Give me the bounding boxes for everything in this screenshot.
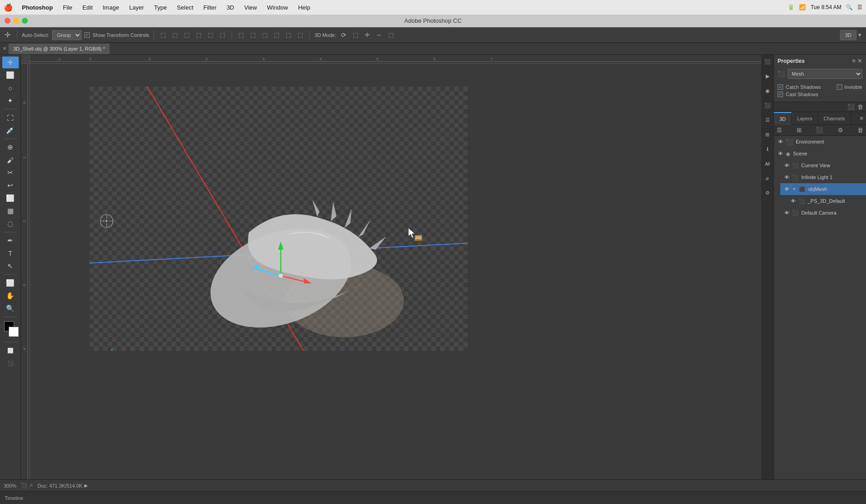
3d-scale-icon[interactable]: ⬚ — [387, 31, 396, 39]
mesh-expand-arrow[interactable]: ▼ — [792, 187, 796, 191]
maximize-button[interactable] — [22, 18, 28, 24]
screen-mode-btn[interactable]: ⬛ — [2, 357, 19, 369]
play-icon[interactable]: ▶ — [763, 71, 773, 81]
menu-edit[interactable]: Edit — [78, 3, 97, 12]
menu-filter[interactable]: Filter — [199, 3, 221, 12]
brush-panel-icon[interactable]: ⌀ — [763, 173, 773, 183]
3d-roll-icon[interactable]: ⬚ — [351, 31, 360, 39]
timeline-icon[interactable]: ⬛ — [763, 100, 773, 110]
align-right-icon[interactable]: ⬚ — [182, 31, 191, 39]
layer-default-camera[interactable]: 👁 ⬛ Default Camera — [780, 207, 866, 219]
menu-layer[interactable]: Layer — [124, 3, 149, 12]
layer-current-view[interactable]: 👁 ⬛ Current View — [780, 159, 866, 171]
menu-help[interactable]: Help — [294, 3, 315, 12]
settings-icon[interactable]: ⚙ — [763, 188, 773, 198]
layer-vis-light[interactable]: 👁 — [783, 174, 790, 181]
healing-brush-tool[interactable]: ⊕ — [2, 141, 19, 153]
background-color[interactable] — [9, 327, 19, 337]
apple-menu-icon[interactable]: 🍎 — [4, 3, 13, 12]
pen-tool[interactable]: ✒ — [2, 235, 19, 247]
layer-vis-default[interactable]: 👁 — [789, 197, 797, 205]
canvas-area[interactable]: -1 0 1 2 3 4 5 6 7 0 1 2 3 4 — [21, 55, 761, 479]
3d-slide-icon[interactable]: ↔ — [374, 31, 384, 39]
hand-tool[interactable]: ✋ — [2, 290, 19, 302]
eraser-tool[interactable]: ⬜ — [2, 192, 19, 204]
distribute-h-icon[interactable]: ⬚ — [237, 31, 246, 39]
distribute-6-icon[interactable]: ⬚ — [296, 31, 305, 39]
layer-infinite-light[interactable]: 👁 ⬛ Infinite Light 1 — [780, 171, 866, 183]
layer-vis-mesh[interactable]: 👁 — [783, 185, 790, 193]
quick-select-tool[interactable]: ✦ — [2, 95, 19, 107]
status-arrow[interactable]: ▶ — [84, 483, 88, 488]
cast-shadows-check[interactable]: ✓ — [778, 92, 783, 97]
minimize-button[interactable] — [13, 18, 19, 24]
select-rect-tool[interactable]: ⬜ — [2, 69, 19, 81]
properties-close-icon[interactable]: ✕ — [857, 57, 862, 64]
menu-select[interactable]: Select — [172, 3, 198, 12]
catch-shadows-check[interactable]: ✓ — [778, 84, 783, 90]
layer-environment[interactable]: 👁 ⬛ Environment — [774, 136, 866, 148]
lasso-tool[interactable]: ○ — [2, 82, 19, 94]
color-swatches[interactable] — [2, 321, 19, 338]
distribute-3-icon[interactable]: ⬚ — [260, 31, 269, 39]
clone-stamp-tool[interactable]: ✂ — [2, 167, 19, 179]
panel-trash-icon[interactable]: 🗑 — [857, 103, 863, 110]
properties-menu-icon[interactable]: ≡ — [852, 57, 856, 64]
align-center-v-icon[interactable]: ⬚ — [206, 31, 215, 39]
type-tool[interactable]: T — [2, 247, 19, 259]
layer-obj-mesh[interactable]: 👁 ▼ ⬛ objMesh — [780, 183, 866, 195]
close-button[interactable] — [5, 18, 10, 24]
3d-chevron-icon[interactable]: ▾ — [856, 31, 863, 39]
menu-view[interactable]: View — [240, 3, 262, 12]
layer-group-icon[interactable]: ⬛ — [816, 127, 823, 134]
ai-icon[interactable]: AI — [763, 159, 773, 169]
search-icon[interactable]: 🔍 — [846, 4, 853, 10]
menu-window[interactable]: Window — [263, 3, 293, 12]
blur-tool[interactable]: ◌ — [2, 218, 19, 230]
layer-filter-icon[interactable]: ⚙ — [838, 127, 843, 134]
history-brush-tool[interactable]: ↩ — [2, 180, 19, 191]
auto-select-dropdown[interactable]: Group Layer — [52, 30, 82, 40]
layer-list-icon[interactable]: ☰ — [777, 127, 782, 134]
document-canvas[interactable]: Y X — [30, 64, 761, 479]
panel-menu-icon[interactable]: ≡ — [860, 115, 863, 122]
zoom-tool[interactable]: 🔍 — [2, 303, 19, 314]
quick-mask-btn[interactable]: ⬜ — [2, 345, 19, 356]
align-left-icon[interactable]: ⬚ — [159, 31, 168, 39]
brush-tool[interactable]: 🖌 — [2, 154, 19, 166]
3d-pan-icon[interactable]: ✛ — [363, 31, 371, 39]
show-transform-check[interactable] — [84, 32, 90, 38]
layer-new-icon[interactable]: ⊞ — [797, 127, 802, 134]
eyedropper-tool[interactable]: 💉 — [2, 124, 19, 136]
menu-file[interactable]: File — [58, 3, 77, 12]
tab-3d[interactable]: 3D — [774, 112, 792, 125]
layer-comp-icon[interactable]: ☰ — [763, 115, 773, 125]
crop-tool[interactable]: ⛶ — [2, 112, 19, 123]
distribute-v-icon[interactable]: ⬚ — [248, 31, 258, 39]
distribute-4-icon[interactable]: ⬚ — [272, 31, 281, 39]
panel-filter-icon[interactable]: ⬛ — [847, 103, 855, 110]
info-icon[interactable]: ℹ — [763, 144, 773, 154]
3d-sphere-icon[interactable]: ◉ — [763, 86, 773, 96]
move-tool-icon[interactable]: ✛ — [3, 30, 12, 40]
canvas-inner[interactable]: Y X — [89, 87, 468, 351]
tab-channels[interactable]: Channels — [818, 112, 851, 125]
mini-bridge-icon[interactable]: ⬛ — [763, 57, 773, 67]
path-select-tool[interactable]: ↖ — [2, 260, 19, 272]
menu-image[interactable]: Image — [98, 3, 124, 12]
notification-icon[interactable]: ☰ — [857, 4, 862, 10]
layer-ps3d-default[interactable]: 👁 ⬛ _PS_3D_Default — [787, 195, 866, 207]
document-tab[interactable]: 3D_Shell.obj @ 300% (Layer 1, RGB/8) * — [8, 43, 110, 54]
mesh-dropdown[interactable]: Mesh — [788, 69, 862, 79]
layer-vis-view[interactable]: 👁 — [783, 162, 790, 169]
align-bottom-icon[interactable]: ⬚ — [218, 31, 227, 39]
layer-scene[interactable]: 👁 ◈ Scene — [774, 148, 866, 159]
3d-rotate-icon[interactable]: ⟳ — [339, 31, 348, 40]
menu-type[interactable]: Type — [149, 3, 171, 12]
layer-trash-icon[interactable]: 🗑 — [857, 127, 863, 134]
invisible-check[interactable] — [837, 84, 842, 90]
tab-layers[interactable]: Layers — [792, 112, 818, 125]
align-center-h-icon[interactable]: ⬚ — [170, 31, 180, 39]
layer-vis-scene[interactable]: 👁 — [777, 150, 784, 157]
shape-tool[interactable]: ⬜ — [2, 277, 19, 289]
